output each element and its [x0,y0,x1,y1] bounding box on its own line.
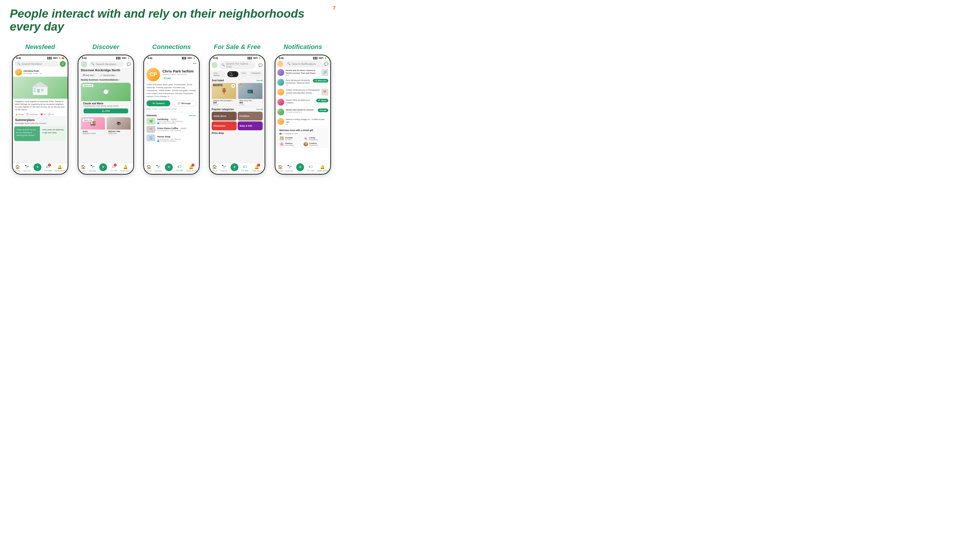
forsale-tabs: Your listings For sale Free Categories [210,70,265,78]
nav-home[interactable]: 🏠Home [278,165,283,172]
chat-icon[interactable]: 💬 [324,62,328,66]
listing-tv[interactable]: 🔥 📺 Retro Sony Tele... $80 2.5 mi [238,83,262,106]
tab-for-sale[interactable]: For sale [228,71,239,77]
tab-your-listings[interactable]: Your listings [212,71,226,77]
nav-discover[interactable]: 🔭Discover [23,165,31,172]
business-card-webster[interactable]: 🏟 Webster Hall Food court [107,117,131,135]
post-button[interactable]: + [165,164,173,171]
nav-home[interactable]: 🏠Home [212,165,217,172]
business-card-arata[interactable]: Open now 🍱 Arata Japanese cuisine [81,117,105,135]
notif-item-shamil[interactable]: Shamil Yiana accepted your invitation. 2… [275,97,330,107]
interest-gardening[interactable]: 🌿 Gardening Admin 1.1K connections · San… [146,118,196,125]
see-all-cats[interactable]: See all [256,108,262,110]
vaccine-map-chip[interactable]: 💉 Vaccine Map › [98,73,118,77]
see-all-button[interactable]: See all [256,79,262,81]
cat-furniture[interactable]: Furniture [238,112,262,121]
discover-search[interactable]: 🔍 Search Nextdoor [89,61,124,67]
notif-item-anne[interactable]: Anne Strong just introduced themselves. … [275,78,330,87]
chat-icon[interactable]: 💬 [127,62,131,66]
user-avatar[interactable]: C [60,61,66,67]
home-label: Home [15,170,20,172]
nav-post[interactable]: + [296,165,304,171]
notif-item-seema[interactable]: Seema is selling Vintage co... h $350 or… [275,117,330,127]
nav-notif[interactable]: 🔔Notifications [317,165,328,172]
cat-electronics[interactable]: Electronics [212,121,237,130]
nav-discover[interactable]: 🔭Discover [89,165,97,172]
nav-discover[interactable]: 🔭Discover [286,165,294,172]
tv-name: Retro Sony Tele... [239,100,261,102]
nav-forsale[interactable]: 🏷2For Sale [110,165,117,171]
post-button[interactable]: + [99,164,107,171]
post-button[interactable]: + [33,164,41,171]
more-button[interactable]: ••• [193,62,196,65]
discover-title: Discover [92,43,119,51]
nav-post[interactable]: + [231,165,239,171]
accept-button[interactable]: Accept [318,108,328,112]
newsfeed-title: Newsfeed [25,43,55,51]
back-button[interactable]: ‹ [146,62,148,65]
newsfeed-column: Newsfeed 9:41 ▌▌▌ WiFi 🔋 7 🔍 [10,43,70,175]
notif-text-4: Shamil Yiana accepted your invitation. 2… [286,99,315,106]
candy-icon: 🍬 [303,136,308,141]
nav-home[interactable]: 🏠Home [146,165,152,172]
nav-forsale[interactable]: 🏷For Sale [176,165,183,171]
notif-item-chetan[interactable]: Chetan mentioned you in Photographer nee… [275,87,330,97]
nav-notif[interactable]: 🔔Notifications [120,165,131,172]
nearby-label[interactable]: Nearby business recommendations › [78,78,133,81]
post-button[interactable]: + [231,164,239,171]
share-icon[interactable]: ↗ [231,84,235,88]
thank-action[interactable]: 👍 Thank [15,113,24,116]
status-bar: 9:41 ▌▌▌ WiFi 🔋 [210,56,265,60]
nav-discover[interactable]: 🔭Discover [220,165,228,172]
search-input-area[interactable]: 🔍 Search Nextdoor [15,61,58,67]
welcome-button[interactable]: 👋 Welcome [313,79,328,83]
nav-post[interactable]: + [33,165,41,171]
tv-price: $80 [239,102,261,104]
help-map-chip[interactable]: 🗺 Help Map › [81,73,97,77]
newsfeed-search-bar[interactable]: 🔍 Search Nextdoor C [13,60,68,68]
interest-coffee[interactable]: ☕ Primo Passo Coffee Owner 96 connection… [146,126,196,133]
nav-forsale[interactable]: 🏷2For Sale [45,165,52,171]
chat-icon[interactable]: 💬 [258,63,262,67]
notif-badge: 1 [192,164,194,167]
nav-post[interactable]: + [165,165,173,171]
gift-candy[interactable]: 🍬 Candy Everlasting [303,136,326,141]
cookies-sub: Crumb-free [309,144,318,146]
cat-decor[interactable]: Home decor [212,112,237,121]
nav-forsale[interactable]: 🏷For Sale [241,165,249,171]
tab-free[interactable]: Free [240,71,248,77]
notif-item-dennis[interactable]: Dennis and 16 others reacted to Tennis L… [275,68,330,78]
visit-button[interactable]: 🏪 Visit [84,108,128,113]
gift-confetti[interactable]: 🎊 Confetti No mess [279,136,302,141]
tab-categories[interactable]: Categories [249,71,262,77]
search-icon: 🔍 [287,62,291,65]
post-button[interactable]: + [296,164,304,171]
gift-flowers[interactable]: 🌸 Flowers Non-wilting [279,142,302,146]
phones-row: Newsfeed 9:41 ▌▌▌ WiFi 🔋 7 🔍 [10,43,333,175]
connect-button[interactable]: 🤝 Connect [146,100,170,106]
message-button[interactable]: 💬 Message [172,100,196,106]
interest-houseswap[interactable]: 🏠 House Swap 2k connections · San Franci… [146,134,196,142]
battery-icon: 🔋 [258,57,261,59]
post-actions[interactable]: 👍 Thank 💬 Comment ❤️ 34 💬 14 [13,113,68,117]
forsale-search[interactable]: 🔍 Search For Sale & Free [219,61,256,69]
nav-home[interactable]: 🏠Home [15,165,20,172]
search-placeholder: Search Nextdoor [22,62,42,65]
nav-notif[interactable]: 🔔Notifications [55,165,65,172]
nav-home[interactable]: 🏠Home [81,165,86,172]
business-card-1[interactable]: Open now 🍽️ Claude and Marie Contemporar… [81,83,131,115]
nav-post[interactable]: + [99,165,107,171]
wave-button[interactable]: 🌊 Wave [316,99,328,102]
nav-forsale[interactable]: 🏷For Sale [307,165,314,171]
comment-action[interactable]: 💬 Comment [26,113,38,116]
notif-item-sandra[interactable]: Sandra Hart wants to connect. 2 mutual c… [275,107,330,117]
listing-lamp[interactable]: 2 min ago ↗ 🏺 Antique white pineapple l.… [212,83,236,106]
see-all-button[interactable]: See all › [189,114,196,117]
notif-search[interactable]: 🔍 Search Notifications [285,61,321,67]
nav-notif[interactable]: 🔔1Notifications [186,165,197,172]
cat-baby[interactable]: Baby & kids [238,121,262,130]
nav-discover[interactable]: 🔭Discover [154,165,162,172]
gift-cookies[interactable]: 🍪 Cookies Crumb-free [303,142,326,146]
discover-label: Discover [286,170,294,172]
nav-notif[interactable]: 🔔1Notifications [251,165,262,172]
